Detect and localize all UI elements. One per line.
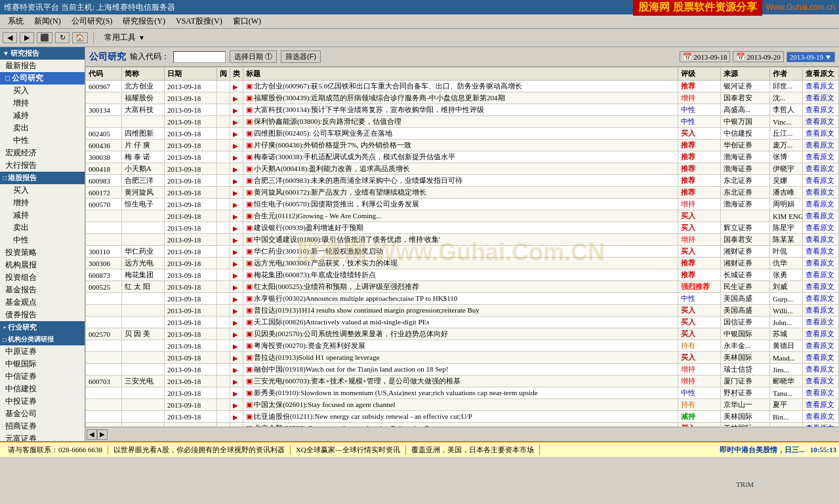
view-original-link[interactable]: 查看原文	[806, 247, 834, 255]
cell-link[interactable]: 查看原文	[803, 116, 839, 128]
table-row[interactable]: 2013-09-18 ▶ ▣比亚迪股份(01211):New energy ca…	[86, 411, 839, 423]
view-original-link[interactable]: 查看原文	[806, 377, 834, 385]
cell-link[interactable]: 查看原文	[803, 269, 839, 281]
sidebar-item-hk-buy[interactable]: 买入	[0, 184, 85, 197]
view-original-link[interactable]: 查看原文	[806, 165, 834, 172]
cell-title[interactable]: ▣福耀股份(300439):近期成范的肝病领域综合诊疗服务商-中小盘信息更新第2…	[243, 92, 678, 104]
sidebar-item-neutral[interactable]: 中性	[0, 134, 85, 147]
cell-link[interactable]: 查看原文	[803, 387, 839, 399]
sidebar-item-zhaoshang[interactable]: 招商证券	[0, 420, 85, 433]
sidebar-item-bond[interactable]: 债券报告	[0, 309, 85, 321]
cell-link[interactable]: 查看原文	[803, 293, 839, 305]
cell-title[interactable]: ▣融创中国(01918)Watch out for the Tianjin la…	[243, 364, 678, 376]
sidebar-section-research[interactable]: ▼ 研究报告	[0, 47, 85, 60]
date-chip-3[interactable]: 2013-09-19 ▼	[787, 52, 835, 62]
cell-title[interactable]: ▣四维图新(002405): 公司车联网业务正在落地	[243, 128, 678, 140]
view-original-link[interactable]: 查看原文	[806, 400, 834, 408]
view-original-link[interactable]: 查看原文	[806, 82, 834, 90]
sidebar-item-fund-report[interactable]: 基金报告	[0, 284, 85, 296]
toolbar-btn-home[interactable]: 🏠	[72, 32, 88, 43]
table-row[interactable]: 2013-09-18 ▶ ▣建设银行(00939)盈利增速好于预期 买入 辉立证…	[86, 222, 839, 234]
table-row[interactable]: 2013-09-18 ▶ ▣新秀美(01910):Slowdown in mom…	[86, 387, 839, 399]
table-row[interactable]: 2013-09-18 ▶ ▣融创中国(01918)Watch out for t…	[86, 364, 839, 376]
view-original-link[interactable]: 查看原文	[806, 259, 834, 267]
view-original-link[interactable]: 查看原文	[806, 271, 834, 279]
sidebar-item-sell[interactable]: 卖出	[0, 122, 85, 134]
cell-title[interactable]: ▣华仁药业(300110):新一轮股权激励奖启动	[243, 246, 678, 258]
table-row[interactable]: 300038 梅 泰 诺 2013-09-18 ▶ ▣梅泰诺(300038):手…	[86, 151, 839, 163]
cell-title[interactable]: ▣中国太保(02601):Stay focused on agent chann…	[243, 399, 678, 411]
cell-title[interactable]: ▣比亚迪股份(01211):New energy car subsidy ren…	[243, 411, 678, 423]
cell-link[interactable]: 查看原文	[803, 352, 839, 364]
sidebar-item-portfolio[interactable]: 投资组合	[0, 271, 85, 284]
cell-link[interactable]: 查看原文	[803, 81, 839, 92]
menu-system[interactable]: 系统	[3, 14, 29, 28]
cell-title[interactable]: ▣梅花集团(600873):年底成业绩绩转折点	[243, 269, 678, 281]
toolbar-dropdown-arrow[interactable]: ▼	[138, 34, 145, 41]
view-original-link[interactable]: 查看原文	[806, 117, 834, 125]
view-original-link[interactable]: 查看原文	[806, 188, 834, 196]
cell-link[interactable]: 查看原文	[803, 140, 839, 151]
cell-title[interactable]: ▣北方创业(600967):获5.6亿国铁和出口车重大合同自备车、出口、防务业务…	[243, 81, 678, 92]
view-original-link[interactable]: 查看原文	[806, 106, 834, 113]
sidebar-item-decrease[interactable]: 减持	[0, 109, 85, 122]
menu-news[interactable]: 新闻(N)	[29, 14, 66, 28]
cell-link[interactable]: 查看原文	[803, 305, 839, 317]
menu-company-research[interactable]: 公司研究(S)	[66, 14, 118, 28]
toolbar-btn-back[interactable]: ◀	[3, 32, 17, 43]
view-original-link[interactable]: 查看原文	[806, 365, 834, 373]
table-row[interactable]: 600436 片 仔 癀 2013-09-18 ▶ ▣片仔癀(600436):外…	[86, 140, 839, 151]
view-original-link[interactable]: 查看原文	[806, 318, 834, 326]
cell-title[interactable]: ▣永享银行(00302)Announces multiple approache…	[243, 293, 678, 305]
sidebar-item-hk-decrease[interactable]: 减持	[0, 209, 85, 222]
toolbar-btn-forward[interactable]: ▶	[20, 32, 34, 43]
sidebar-item-company-research[interactable]: □ 公司研究	[0, 72, 85, 85]
cell-title[interactable]: ▣贝因美(002570):公司系统性调整效果显著，行业趋势总体向好	[243, 328, 678, 340]
toolbar-btn-stop[interactable]: ⬛	[37, 32, 52, 43]
filter-btn[interactable]: 筛选器(F)	[281, 50, 321, 63]
sidebar-item-hk-increase[interactable]: 增持	[0, 197, 85, 209]
cell-link[interactable]: 查看原文	[803, 317, 839, 328]
table-row[interactable]: 300110 华仁药业 2013-09-18 ▶ ▣华仁药业(300110):新…	[86, 246, 839, 258]
date-select-btn[interactable]: 选择日期 ①	[230, 50, 277, 63]
sidebar-item-zhongxin[interactable]: 中信证券	[0, 370, 85, 383]
table-row[interactable]: 2013-09-18 ▶ ▣普拉达(01913)Solid H1 operati…	[86, 352, 839, 364]
sidebar-item-buy[interactable]: 买入	[0, 85, 85, 97]
cell-link[interactable]: 查看原文	[803, 175, 839, 187]
table-row[interactable]: 2013-09-18 ▶ ▣合生元(01112)Growing - We Are…	[86, 210, 839, 222]
cell-link[interactable]: 查看原文	[803, 234, 839, 246]
sidebar-item-strategy[interactable]: 投资策略	[0, 246, 85, 259]
table-row[interactable]: 2013-09-18 ▶ ▣永享银行(00302)Announces multi…	[86, 293, 839, 305]
table-row[interactable]: 600983 合肥三洋 2013-09-18 ▶ ▣合肥三洋(600983):未…	[86, 175, 839, 187]
sidebar-item-zhongxin-jiantou[interactable]: 中信建投	[0, 383, 85, 395]
table-row[interactable]: 300134 大富科技 2013-09-18 ▶ ▣大富科技(300134):预…	[86, 104, 839, 116]
cell-title[interactable]: ▣梅泰诺(300038):手机适配调试成为亮点，模式创新提升估值水平	[243, 151, 678, 163]
cell-title[interactable]: ▣天工国际(00826)Attractively valued at mid-s…	[243, 317, 678, 328]
sidebar-item-morning[interactable]: 机构晨报	[0, 259, 85, 271]
menu-window[interactable]: 窗口(W)	[228, 14, 266, 28]
sidebar-item-increase[interactable]: 增持	[0, 97, 85, 109]
sidebar-section-institution[interactable]: □ 机构分类调研报	[0, 334, 85, 345]
scroll-left-btn[interactable]: ◀	[87, 429, 97, 440]
table-row[interactable]: 600873 梅花集团 2013-09-18 ▶ ▣梅花集团(600873):年…	[86, 269, 839, 281]
sidebar-item-hk-sell[interactable]: 卖出	[0, 222, 85, 234]
view-original-link[interactable]: 查看原文	[806, 282, 834, 290]
cell-title[interactable]: ▣中国交通建设(01800):吸引估值抵消了债务忧虑，维持'收集'	[243, 234, 678, 246]
cell-title[interactable]: ▣合肥三洋(600983):未来的惠而浦全球采购中心，业绩爆发指日可待	[243, 175, 678, 187]
menu-vsat[interactable]: VSAT股搜(V)	[171, 14, 228, 28]
cell-title[interactable]: ▣保利协鑫能源(03800):反向路滑纪要，估值合理	[243, 116, 678, 128]
table-row[interactable]: 300306 远方光电 2013-09-18 ▶ ▣远方光电(300306):产…	[86, 258, 839, 269]
sidebar-item-macro[interactable]: 宏观经济	[0, 147, 85, 159]
cell-link[interactable]: 查看原文	[803, 399, 839, 411]
view-original-link[interactable]: 查看原文	[806, 141, 834, 149]
cell-link[interactable]: 查看原文	[803, 246, 839, 258]
cell-title[interactable]: ▣红太阳(000525):业绩符和预期，上调评级至强烈推荐	[243, 281, 678, 293]
cell-title[interactable]: ▣远方光电(300306):产品获奖，技术实力的体现	[243, 258, 678, 269]
table-row[interactable]: 2013-09-18 ▶ ▣保利协鑫能源(03800):反向路滑纪要，估值合理 …	[86, 116, 839, 128]
view-original-link[interactable]: 查看原文	[806, 353, 834, 361]
cell-link[interactable]: 查看原文	[803, 222, 839, 234]
data-table-container[interactable]: 代码 简称 日期 阅 类 标题 评级 来源 作者 查看原文 600967 北方创…	[85, 67, 839, 427]
cell-link[interactable]: 查看原文	[803, 128, 839, 140]
cell-link[interactable]: 查看原文	[803, 104, 839, 116]
cell-link[interactable]: 查看原文	[803, 199, 839, 210]
